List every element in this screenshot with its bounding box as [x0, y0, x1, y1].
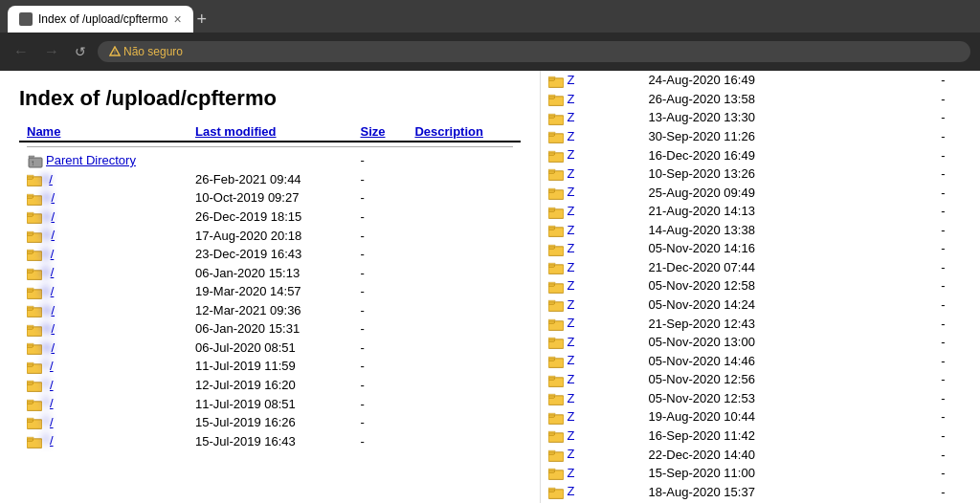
size-cell: -: [353, 151, 408, 170]
date-cell: 30-Sep-2020 11:26: [641, 127, 934, 146]
folder-link[interactable]: Z: [541, 407, 641, 426]
table-row: 9/ 26-Feb-2021 09:44 -: [19, 170, 521, 189]
folder-link[interactable]: E/: [19, 263, 188, 282]
folder-link[interactable]: Z: [541, 482, 641, 501]
folder-link[interactable]: Z: [541, 221, 641, 240]
folder-link[interactable]: Z: [541, 276, 641, 295]
folder-icon: [27, 396, 42, 410]
svg-marker-24: [27, 288, 33, 290]
col-name[interactable]: Name: [19, 122, 188, 142]
svg-marker-18: [27, 251, 33, 252]
page-title: Index of /upload/cpftermo: [19, 86, 521, 111]
svg-marker-15: [27, 231, 33, 233]
svg-marker-39: [27, 382, 33, 383]
url-bar[interactable]: ! Não seguro: [98, 41, 970, 62]
folder-link[interactable]: Z: [541, 333, 641, 352]
table-row: D/ 17-Aug-2020 20:18 -: [19, 226, 521, 245]
date-cell: 26-Dec-2019 18:15: [188, 208, 352, 227]
table-row: N/ 06-Jan-2020 15:31 -: [19, 319, 521, 339]
folder-link[interactable]: Z: [541, 145, 641, 164]
right-file-table: Z 24-Aug-2020 16:49 - Z 26-Aug-2020 13:5…: [541, 71, 980, 501]
folder-link[interactable]: Z: [541, 71, 641, 90]
folder-icon: [548, 223, 564, 237]
size-cell: -: [933, 426, 980, 446]
folder-link[interactable]: Z: [541, 239, 641, 258]
back-button[interactable]: ←: [10, 41, 33, 62]
col-size[interactable]: Size: [353, 122, 408, 142]
svg-marker-108: [548, 431, 555, 433]
size-cell: -: [933, 145, 980, 164]
folder-link[interactable]: D/: [19, 226, 188, 245]
svg-rect-56: [548, 115, 554, 117]
size-cell: -: [933, 127, 980, 146]
folder-link[interactable]: T/: [19, 431, 188, 450]
folder-link[interactable]: Z: [541, 464, 641, 483]
tab-favicon: [19, 12, 33, 26]
folder-link[interactable]: Z: [541, 314, 641, 333]
folder-link[interactable]: Z: [541, 389, 641, 408]
svg-marker-48: [27, 437, 33, 439]
new-tab-button[interactable]: +: [197, 10, 208, 30]
folder-icon: [548, 335, 564, 349]
svg-marker-33: [27, 343, 33, 345]
folder-link[interactable]: N/: [19, 301, 188, 320]
file-table: Name Last modified Size Description ↑ Pa…: [19, 122, 521, 450]
folder-link[interactable]: E/: [19, 282, 188, 301]
folder-link[interactable]: Z: [541, 108, 641, 127]
folder-link[interactable]: Z: [541, 295, 641, 315]
table-row: Z 05-Nov-2020 13:00 -: [541, 333, 980, 352]
folder-icon: [548, 391, 564, 405]
svg-rect-68: [548, 190, 554, 192]
folder-link[interactable]: Z: [541, 426, 641, 446]
svg-rect-71: [548, 208, 554, 210]
svg-marker-57: [548, 114, 555, 116]
active-tab[interactable]: Index of /upload/cpftermo ×: [8, 6, 193, 33]
col-last-modified[interactable]: Last modified: [188, 122, 352, 142]
folder-link[interactable]: Z: [541, 258, 641, 277]
folder-icon: [548, 185, 564, 199]
svg-marker-51: [548, 77, 555, 78]
folder-link[interactable]: D/: [19, 208, 188, 227]
tab-close-button[interactable]: ×: [173, 11, 181, 27]
svg-marker-78: [548, 245, 555, 247]
folder-link[interactable]: Z: [541, 445, 641, 464]
parent-dir-link[interactable]: ↑ Parent Directory: [19, 151, 188, 170]
folder-link[interactable]: N/: [19, 339, 188, 358]
date-cell: 26-Feb-2021 09:44: [188, 170, 352, 189]
folder-link[interactable]: T/: [19, 394, 188, 413]
date-cell: 13-Aug-2020 13:30: [641, 108, 934, 127]
date-cell: 12-Mar-2021 09:36: [188, 301, 352, 320]
svg-rect-44: [27, 420, 33, 422]
folder-link[interactable]: N/: [19, 319, 188, 339]
size-cell: -: [353, 319, 408, 339]
desc-cell: [407, 282, 521, 301]
svg-text:↑: ↑: [31, 159, 34, 167]
size-cell: -: [353, 431, 408, 450]
folder-link[interactable]: Z: [541, 183, 641, 202]
forward-button[interactable]: →: [40, 41, 63, 62]
folder-link[interactable]: Z: [541, 351, 641, 370]
svg-rect-113: [548, 470, 554, 472]
folder-link[interactable]: T/: [19, 413, 188, 432]
folder-link[interactable]: Z: [541, 90, 641, 109]
refresh-button[interactable]: ↺: [71, 42, 90, 61]
svg-rect-104: [548, 414, 554, 416]
svg-rect-92: [548, 339, 554, 341]
folder-link[interactable]: Z: [541, 202, 641, 221]
svg-marker-111: [548, 450, 555, 452]
folder-link[interactable]: T/: [19, 357, 188, 376]
svg-rect-53: [548, 97, 554, 98]
folder-link[interactable]: D/: [19, 188, 188, 208]
size-cell: -: [353, 188, 408, 208]
folder-link[interactable]: Z: [541, 127, 641, 146]
folder-link[interactable]: Z: [541, 164, 641, 184]
folder-link[interactable]: E/: [19, 245, 188, 264]
table-row: T/ 11-Jul-2019 08:51 -: [19, 394, 521, 413]
col-description[interactable]: Description: [407, 122, 521, 142]
folder-icon: [548, 484, 564, 498]
size-cell: -: [353, 245, 408, 264]
date-cell: 22-Dec-2020 14:40: [641, 445, 934, 464]
folder-link[interactable]: Z: [541, 370, 641, 389]
folder-link[interactable]: T/: [19, 376, 188, 395]
folder-link[interactable]: 9/: [19, 170, 188, 189]
